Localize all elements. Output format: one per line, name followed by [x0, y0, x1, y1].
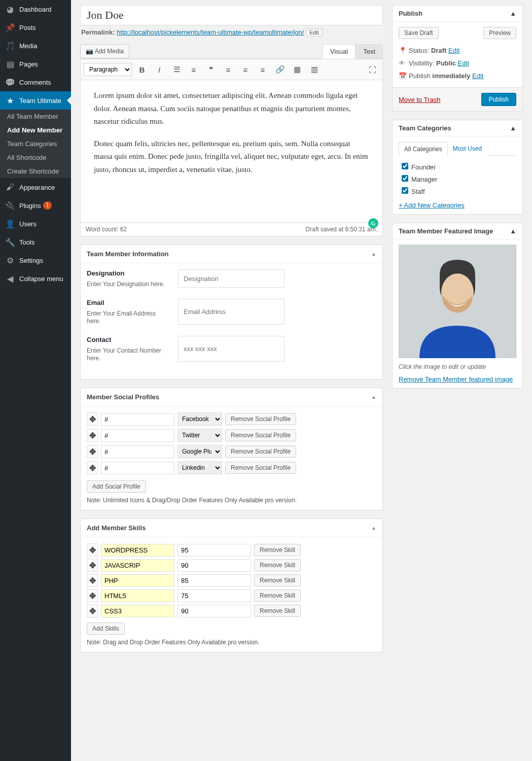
tab-text[interactable]: Text [356, 44, 383, 59]
remove-social-button[interactable]: Remove Social Profile [225, 429, 296, 441]
add-social-button[interactable]: Add Social Profile [87, 480, 146, 493]
remove-skill-button[interactable]: Remove Skill [254, 544, 301, 556]
skill-name-input[interactable] [101, 605, 174, 617]
sub-all-shortcode[interactable]: All Shortcode [0, 151, 71, 164]
remove-social-button[interactable]: Remove Social Profile [225, 462, 296, 474]
remove-social-button[interactable]: Remove Social Profile [225, 445, 296, 458]
sub-add-new-member[interactable]: Add New Member [0, 123, 71, 137]
post-title-input[interactable] [80, 5, 383, 25]
drag-handle[interactable]: ✥ [87, 574, 98, 587]
edit-status-link[interactable]: Edit [448, 47, 459, 54]
drag-handle[interactable]: ✥ [87, 445, 98, 458]
sidebar-item-settings[interactable]: ⚙Settings [0, 251, 71, 269]
sidebar-item-tools[interactable]: 🔧Tools [0, 233, 71, 251]
align-right-button[interactable]: ≡ [256, 62, 270, 77]
preview-button[interactable]: Preview [483, 27, 516, 39]
sidebar-item-team-ultimate[interactable]: ★Team Ultimate [0, 91, 71, 110]
sidebar-item-comments[interactable]: 💬Comments [0, 73, 71, 91]
remove-featured-image-link[interactable]: Remove Team Member featured image [399, 375, 513, 383]
format-select[interactable]: Paragraph [84, 63, 132, 76]
member-info-header[interactable]: Team Member Information▲ [81, 245, 382, 263]
social-network-select[interactable]: Twitter [178, 429, 222, 442]
remove-skill-button[interactable]: Remove Skill [254, 605, 301, 617]
move-to-trash-link[interactable]: Move to Trash [399, 96, 440, 103]
remove-skill-button[interactable]: Remove Skill [254, 574, 301, 586]
bold-button[interactable]: B [135, 62, 149, 77]
drag-handle[interactable]: ✥ [87, 412, 98, 426]
social-url-input[interactable] [101, 445, 174, 458]
fullscreen-button[interactable]: ⛶ [365, 62, 379, 77]
drag-handle[interactable]: ✥ [87, 559, 98, 572]
social-network-select[interactable]: Linkedin [178, 461, 222, 474]
categories-header[interactable]: Team Categories▲ [393, 120, 522, 136]
sub-create-shortcode[interactable]: Create Shortcode [0, 164, 71, 178]
edit-schedule-link[interactable]: Edit [472, 72, 483, 80]
remove-skill-button[interactable]: Remove Skill [254, 590, 301, 602]
publish-button[interactable]: Publish [481, 93, 516, 106]
category-checkbox[interactable] [402, 187, 408, 194]
social-url-input[interactable] [101, 413, 174, 426]
tab-visual[interactable]: Visual [323, 44, 356, 59]
email-input[interactable] [178, 299, 285, 325]
sub-all-team-member[interactable]: All Team Member [0, 110, 71, 123]
social-url-input[interactable] [101, 429, 174, 442]
align-left-button[interactable]: ≡ [221, 62, 235, 77]
remove-social-button[interactable]: Remove Social Profile [225, 413, 296, 425]
drag-handle[interactable]: ✥ [87, 543, 98, 557]
align-center-button[interactable]: ≡ [238, 62, 253, 77]
sub-team-categories[interactable]: Team Categories [0, 137, 71, 151]
skill-value-input[interactable] [178, 605, 251, 617]
permalink-edit-button[interactable]: Edit [306, 28, 323, 37]
sidebar-collapse[interactable]: ◀Collapse menu [0, 269, 71, 288]
skill-value-input[interactable] [178, 559, 251, 572]
skill-name-input[interactable] [101, 574, 174, 587]
category-checkbox[interactable] [402, 163, 408, 169]
more-button[interactable]: ▦ [290, 62, 304, 77]
drag-handle[interactable]: ✥ [87, 461, 98, 474]
olist-button[interactable]: ≡ [187, 62, 201, 77]
remove-skill-button[interactable]: Remove Skill [254, 559, 301, 571]
add-media-button[interactable]: 📷 Add Media [80, 44, 129, 58]
skill-value-input[interactable] [178, 544, 251, 557]
social-header[interactable]: Member Social Profiles▲ [81, 388, 382, 406]
sidebar-item-pages[interactable]: ▤Pages [0, 55, 71, 73]
designation-input[interactable] [178, 269, 285, 288]
italic-button[interactable]: I [152, 62, 166, 77]
drag-handle[interactable]: ✥ [87, 589, 98, 602]
edit-visibility-link[interactable]: Edit [458, 59, 469, 67]
social-network-select[interactable]: Facebook [178, 412, 222, 426]
editor-body[interactable]: Lorem ipsum dolor sit amet, consectetuer… [81, 80, 382, 222]
add-new-categories-link[interactable]: + Add New Categories [399, 201, 465, 209]
kitchen-sink-button[interactable]: ▥ [307, 62, 322, 77]
sidebar-item-media[interactable]: 🎵Media [0, 37, 71, 55]
grammarly-icon[interactable]: G [368, 218, 378, 228]
sidebar-item-dashboard[interactable]: ◕Dashboard [0, 0, 71, 18]
skill-value-input[interactable] [178, 590, 251, 602]
publish-header[interactable]: Publish▲ [393, 6, 522, 22]
quote-button[interactable]: ❝ [204, 62, 218, 77]
skills-header[interactable]: Add Member Skills▲ [81, 519, 382, 537]
ulist-button[interactable]: ☰ [169, 62, 184, 77]
tab-most-used[interactable]: Most Used [448, 142, 487, 156]
save-draft-button[interactable]: Save Draft [399, 27, 439, 39]
skill-name-input[interactable] [101, 590, 174, 602]
permalink-url[interactable]: http://localhost/pickelements/team-ultim… [117, 28, 304, 36]
sidebar-item-users[interactable]: 👤Users [0, 215, 71, 233]
social-url-input[interactable] [101, 462, 174, 474]
skill-value-input[interactable] [178, 574, 251, 587]
featured-image-header[interactable]: Team Member Featured Image▲ [393, 223, 522, 239]
drag-handle[interactable]: ✥ [87, 429, 98, 442]
add-skill-button[interactable]: Add Skills [87, 622, 125, 635]
sidebar-item-plugins[interactable]: 🔌Plugins1 [0, 196, 71, 215]
sidebar-item-posts[interactable]: 📌Posts [0, 18, 71, 37]
category-checkbox[interactable] [402, 175, 408, 182]
skill-name-input[interactable] [101, 544, 174, 557]
sidebar-item-appearance[interactable]: 🖌Appearance [0, 178, 71, 196]
contact-input[interactable] [178, 336, 285, 362]
featured-image[interactable] [399, 245, 516, 358]
skill-name-input[interactable] [101, 559, 174, 572]
social-network-select[interactable]: Google Plus [178, 445, 222, 458]
link-button[interactable]: 🔗 [273, 62, 287, 77]
tab-all-categories[interactable]: All Categories [399, 142, 448, 156]
drag-handle[interactable]: ✥ [87, 604, 98, 617]
